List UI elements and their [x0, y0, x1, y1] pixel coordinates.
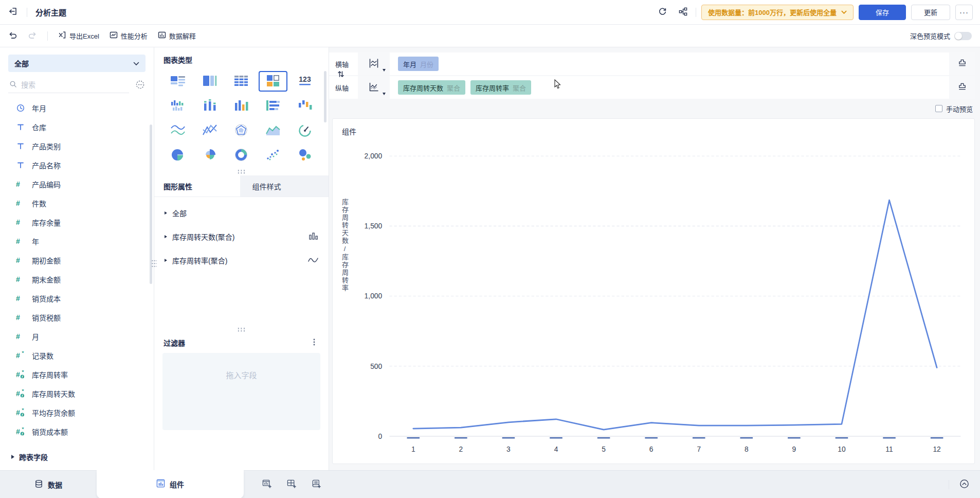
chart-type-stacked-bar[interactable]: [259, 96, 287, 116]
field-item[interactable]: #*记录数: [0, 346, 154, 365]
add-dashboard-button[interactable]: [284, 477, 299, 492]
filter-resize-handle[interactable]: [237, 327, 246, 332]
y-axis-row: 纵轴 库存周转天数聚合库存周转率聚合: [329, 76, 975, 99]
field-item[interactable]: 仓库: [0, 117, 154, 136]
field-label: 库存余量: [32, 217, 61, 227]
chart-type-cluster-column[interactable]: [164, 96, 192, 116]
chart-type-pie[interactable]: [164, 145, 192, 166]
chart-type-scatter[interactable]: [259, 145, 287, 166]
number-field-icon: #: [15, 199, 26, 207]
redo-button[interactable]: [28, 31, 37, 41]
field-item[interactable]: 年月: [0, 98, 154, 117]
cross-table-fields-group[interactable]: 跨表字段: [0, 447, 154, 470]
field-pill[interactable]: 库存周转率聚合: [470, 80, 531, 95]
update-button[interactable]: 更新: [911, 5, 950, 20]
save-button[interactable]: 保存: [859, 5, 906, 20]
y-axis-clear-button[interactable]: [949, 76, 975, 99]
chart-type-bubble[interactable]: [291, 145, 319, 166]
chart-type-area[interactable]: [259, 120, 287, 141]
search-options-button[interactable]: [134, 80, 146, 91]
chart-type-gauge[interactable]: [291, 120, 319, 141]
chart-type-kpi-card[interactable]: 123: [291, 71, 319, 92]
add-component-button[interactable]: [259, 477, 275, 492]
field-item[interactable]: #销货成本: [0, 289, 154, 308]
export-excel-button[interactable]: 导出Excel: [58, 31, 99, 41]
field-item[interactable]: #件数: [0, 193, 154, 212]
data-explain-button[interactable]: 数据解释: [158, 31, 196, 41]
field-item[interactable]: #库存余量: [0, 212, 154, 232]
field-item[interactable]: #月: [0, 327, 154, 346]
chart-type-radar[interactable]: [227, 120, 256, 141]
field-item[interactable]: #期初金额: [0, 251, 154, 270]
field-item[interactable]: #年: [0, 232, 154, 251]
undo-button[interactable]: [8, 31, 17, 41]
y-axis-type-button[interactable]: [358, 76, 390, 99]
filter-menu-button[interactable]: [309, 337, 319, 348]
chart-y-axis-title: 库存周转天数/库存周转率: [340, 199, 350, 292]
dashed-more-icon: [136, 80, 144, 91]
x-axis-type-button[interactable]: [358, 52, 390, 75]
chart-type-group-table[interactable]: [195, 71, 224, 92]
x-axis-fieldzone[interactable]: 年月月份: [391, 52, 948, 75]
lineage-button[interactable]: [675, 5, 691, 20]
field-item[interactable]: #期末金额: [0, 270, 154, 289]
dark-preview-toggle[interactable]: [954, 32, 972, 40]
tab-component-style[interactable]: 组件样式: [240, 175, 329, 197]
property-row[interactable]: 全部: [154, 201, 329, 225]
collapse-panel-button[interactable]: [956, 477, 972, 492]
chart-type-detail-table[interactable]: [164, 71, 192, 92]
sidebar-resize-handle[interactable]: [151, 259, 157, 268]
x-axis-clear-button[interactable]: [949, 52, 975, 75]
manual-preview-checkbox[interactable]: [935, 105, 942, 112]
filter-dropzone[interactable]: 拖入字段: [162, 353, 320, 430]
field-item[interactable]: #*f平均存货余额: [0, 403, 154, 422]
add-report-button[interactable]: [308, 477, 324, 492]
brush-icon: [958, 59, 967, 69]
chart-type-donut[interactable]: [227, 145, 256, 166]
field-item[interactable]: 产品类别: [0, 136, 154, 155]
divider: [47, 31, 48, 41]
tab-component[interactable]: 组件: [97, 470, 244, 498]
field-item[interactable]: #产品编码: [0, 174, 154, 193]
field-list: 年月仓库产品类别产品名称#产品编码#件数#库存余量#年#期初金额#期末金额#销货…: [0, 93, 154, 447]
chart-type-combo-line[interactable]: [195, 120, 224, 141]
chart-type-line[interactable]: [164, 120, 192, 141]
swap-axes-icon[interactable]: [337, 70, 344, 80]
data-volume-banner[interactable]: 使用数据量：前1000万行，更新后使用全量: [701, 5, 854, 20]
tab-graphic-properties[interactable]: 图形属性: [154, 175, 240, 197]
chart-type-stacked-column[interactable]: [195, 96, 224, 116]
field-item[interactable]: #*f库存周转天数: [0, 384, 154, 403]
caret-right-icon: [11, 455, 14, 459]
panel-resize-handle[interactable]: [237, 169, 246, 174]
refresh-button[interactable]: [655, 5, 670, 20]
field-pill[interactable]: 库存周转天数聚合: [398, 80, 465, 95]
chart-area[interactable]: 05001,0001,5002,000123456789101112 库存周转天…: [333, 136, 974, 464]
performance-analysis-button[interactable]: 性能分析: [110, 31, 148, 41]
field-item[interactable]: 产品名称: [0, 155, 154, 174]
table-selector[interactable]: 全部: [8, 55, 146, 72]
tab-data[interactable]: 数据: [0, 471, 97, 498]
chart-type-range-column[interactable]: [291, 96, 319, 116]
chart-type-custom-chart[interactable]: [259, 71, 287, 92]
back-button[interactable]: [5, 5, 21, 20]
chart-type-cross-table[interactable]: [227, 71, 256, 92]
field-item[interactable]: #销货税额: [0, 308, 154, 327]
search-input[interactable]: [21, 81, 128, 89]
field-item[interactable]: #*f销货成本额: [0, 422, 154, 441]
cross-table-icon: [233, 74, 249, 89]
line-icon: [170, 123, 186, 138]
chart-svg: 05001,0001,5002,000123456789101112: [333, 136, 974, 464]
number-formula-field-icon: #*f: [15, 408, 26, 417]
panel-scrollbar[interactable]: [324, 71, 326, 122]
chart-type-rose[interactable]: [195, 145, 224, 166]
y-axis-fieldzone[interactable]: 库存周转天数聚合库存周转率聚合: [391, 76, 948, 99]
property-row[interactable]: 库存周转率(聚合): [154, 248, 329, 272]
property-row[interactable]: 库存周转天数(聚合): [154, 225, 329, 248]
svg-text:#: #: [16, 218, 20, 226]
field-item[interactable]: #*f库存周转率: [0, 365, 154, 384]
field-pill[interactable]: 年月月份: [398, 57, 439, 71]
component-chart-icon: [156, 479, 165, 489]
scatter-icon: [265, 148, 281, 163]
chart-type-column[interactable]: [227, 96, 256, 116]
more-button[interactable]: ···: [955, 5, 973, 20]
